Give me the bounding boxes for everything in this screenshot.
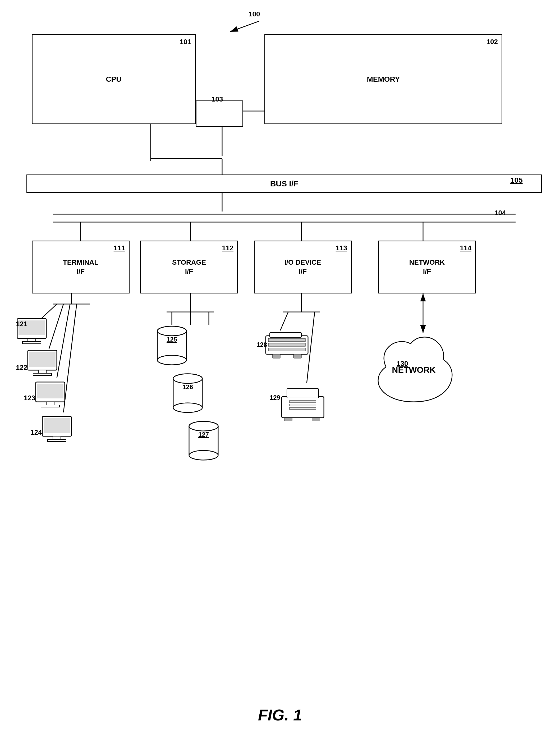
svg-rect-72 [268, 348, 305, 351]
svg-point-56 [157, 326, 186, 336]
svg-point-68 [189, 422, 218, 431]
svg-rect-76 [282, 396, 324, 418]
svg-line-3 [230, 21, 259, 32]
svg-point-55 [157, 355, 186, 365]
cpu-label: CPU [106, 75, 121, 84]
network-cloud: NETWORK [368, 336, 460, 410]
terminal-121-label: 121 [16, 320, 27, 328]
svg-rect-50 [43, 418, 70, 433]
svg-rect-71 [268, 343, 305, 346]
io-device-128 [264, 328, 312, 362]
svg-rect-37 [22, 342, 41, 344]
svg-rect-77 [287, 389, 318, 398]
svg-rect-48 [53, 436, 61, 439]
svg-point-61 [173, 403, 202, 412]
memory-label: MEMORY [367, 75, 400, 84]
svg-rect-79 [289, 404, 316, 406]
network-if-label: NETWORKI/F [409, 258, 445, 276]
storage-125 [156, 325, 188, 367]
terminal-122-label: 122 [16, 364, 27, 372]
svg-rect-36 [28, 339, 36, 342]
bus-if-label: BUS I/F [270, 179, 298, 188]
io-device-if-label: I/O DEVICEI/F [284, 258, 321, 276]
io-device-129 [280, 386, 328, 426]
storage-if-box: 112 STORAGEI/F [140, 241, 238, 293]
terminal-if-box: 111 TERMINALI/F [32, 241, 129, 293]
terminal-124 [41, 415, 78, 444]
svg-rect-75 [293, 354, 301, 358]
svg-rect-49 [48, 439, 66, 442]
svg-rect-80 [289, 407, 316, 409]
memory-box: 102 MEMORY [264, 34, 502, 124]
bus-connector-box [196, 100, 243, 127]
io-device-128-label: 128 [257, 341, 267, 349]
terminal-122 [26, 349, 64, 378]
svg-rect-46 [37, 384, 64, 398]
storage-125-label: 125 [167, 336, 177, 343]
svg-rect-45 [41, 405, 60, 407]
network-if-number: 114 [460, 244, 471, 252]
memory-number: 102 [486, 38, 498, 46]
network-cloud-label: 130 [397, 360, 408, 368]
cpu-box: 101 CPU [32, 34, 196, 124]
svg-rect-81 [284, 418, 292, 421]
svg-rect-73 [270, 333, 301, 337]
svg-rect-78 [289, 400, 316, 403]
svg-rect-74 [272, 354, 280, 358]
storage-126 [172, 373, 204, 415]
figure-label: FIG. 1 [258, 706, 302, 724]
storage-127-label: 127 [198, 431, 209, 438]
bus-connector-label: 103 [211, 95, 223, 103]
terminal-if-label: TERMINALI/F [63, 258, 98, 276]
terminal-124-label: 124 [30, 428, 42, 437]
svg-rect-44 [46, 402, 54, 405]
bus-line-label: 104 [494, 209, 506, 217]
bus-if-number: 105 [510, 176, 523, 185]
storage-127 [188, 421, 219, 463]
io-device-if-box: 113 I/O DEVICEI/F [254, 241, 352, 293]
storage-if-label: STORAGEI/F [172, 258, 206, 276]
svg-rect-40 [38, 370, 46, 373]
cpu-number: 101 [180, 38, 191, 46]
svg-rect-82 [312, 418, 320, 421]
io-device-if-number: 113 [336, 244, 347, 252]
svg-point-67 [189, 451, 218, 460]
main-ref-label: 100 [249, 10, 260, 18]
terminal-if-number: 111 [114, 244, 125, 252]
svg-rect-70 [268, 339, 305, 342]
storage-126-label: 126 [182, 383, 193, 391]
svg-rect-41 [33, 373, 52, 375]
storage-if-number: 112 [222, 244, 234, 252]
bus-if-bar: BUS I/F [26, 175, 542, 193]
svg-rect-42 [29, 352, 56, 367]
terminal-123 [34, 381, 71, 410]
diagram-container: 100 101 CPU 102 MEMORY 103 BUS I/F 105 1… [0, 0, 560, 740]
io-device-129-label: 129 [270, 394, 280, 401]
network-if-box: 114 NETWORKI/F [378, 241, 476, 293]
svg-point-62 [173, 374, 202, 383]
terminal-123-label: 123 [24, 394, 35, 402]
